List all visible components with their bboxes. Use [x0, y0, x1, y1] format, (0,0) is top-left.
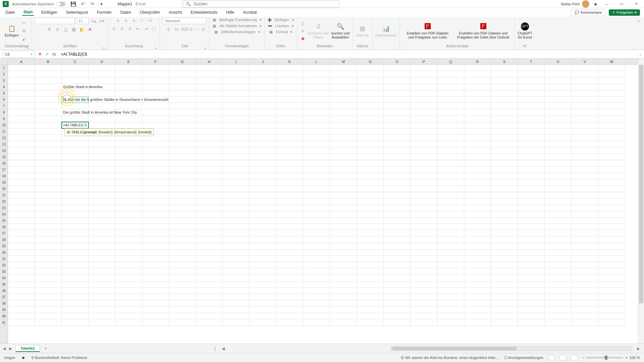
- cell[interactable]: [411, 160, 437, 167]
- cell[interactable]: [384, 167, 411, 173]
- pdf-link-button[interactable]: 🅿 Erstellen von PDF-Dateien und Freigebe…: [402, 22, 453, 39]
- cell[interactable]: [598, 237, 625, 243]
- cell[interactable]: [330, 84, 357, 90]
- confirm-edit-icon[interactable]: ✓: [45, 52, 49, 57]
- cell[interactable]: [464, 84, 491, 90]
- cell[interactable]: [464, 300, 491, 307]
- cell[interactable]: [518, 97, 545, 103]
- cell[interactable]: [437, 128, 464, 135]
- cell[interactable]: [276, 275, 303, 281]
- merge-icon[interactable]: ⬚: [151, 25, 157, 32]
- row-header[interactable]: 17: [0, 167, 8, 173]
- cell[interactable]: [303, 141, 330, 147]
- cell[interactable]: [491, 307, 518, 313]
- column-header[interactable]: N: [357, 59, 384, 64]
- cell[interactable]: [464, 243, 491, 249]
- cell[interactable]: [572, 211, 598, 218]
- cell[interactable]: [330, 103, 357, 109]
- cell[interactable]: [545, 256, 572, 262]
- cell[interactable]: [223, 275, 250, 281]
- cell[interactable]: [330, 319, 357, 326]
- cell[interactable]: [491, 198, 518, 205]
- cell[interactable]: [357, 205, 384, 211]
- cell[interactable]: [169, 109, 196, 116]
- column-header[interactable]: I: [223, 59, 250, 64]
- cell[interactable]: [411, 103, 437, 109]
- cell[interactable]: [8, 262, 35, 268]
- column-header[interactable]: U: [545, 59, 572, 64]
- sheet-nav-next[interactable]: ▶: [9, 346, 12, 351]
- cell[interactable]: [464, 307, 491, 313]
- cell[interactable]: [598, 300, 625, 307]
- cell[interactable]: [276, 281, 303, 288]
- cell[interactable]: [303, 198, 330, 205]
- cell[interactable]: [545, 294, 572, 300]
- cell[interactable]: [196, 141, 223, 147]
- cell[interactable]: [223, 122, 250, 128]
- cell[interactable]: [518, 237, 545, 243]
- row-header[interactable]: 5: [0, 90, 8, 97]
- clipboard-launcher-icon[interactable]: ↘: [26, 46, 29, 50]
- cell[interactable]: [223, 109, 250, 116]
- cell[interactable]: [89, 186, 115, 192]
- cell[interactable]: [303, 281, 330, 288]
- cell[interactable]: [250, 294, 276, 300]
- cell[interactable]: [437, 211, 464, 218]
- cell[interactable]: [491, 230, 518, 237]
- search-input[interactable]: [194, 2, 336, 6]
- cell[interactable]: [464, 186, 491, 192]
- cell[interactable]: [250, 71, 276, 77]
- cell[interactable]: [598, 319, 625, 326]
- cell[interactable]: [62, 230, 89, 237]
- cell[interactable]: [384, 205, 411, 211]
- cell[interactable]: [491, 205, 518, 211]
- cell[interactable]: [35, 122, 62, 128]
- cell[interactable]: [35, 281, 62, 288]
- cell[interactable]: [35, 71, 62, 77]
- cell[interactable]: [384, 154, 411, 160]
- cell[interactable]: [572, 307, 598, 313]
- cell[interactable]: [276, 65, 303, 71]
- cell[interactable]: [196, 307, 223, 313]
- align-center-icon[interactable]: ≡: [119, 25, 125, 32]
- cell[interactable]: [357, 147, 384, 154]
- cell[interactable]: [598, 275, 625, 281]
- cell[interactable]: [169, 268, 196, 275]
- cell[interactable]: [491, 281, 518, 288]
- cell[interactable]: [491, 218, 518, 224]
- cell[interactable]: [250, 249, 276, 256]
- cell[interactable]: =AI.TABLE(C6AI.TABLE(prompt; [header]; […: [62, 122, 89, 128]
- cell[interactable]: [8, 237, 35, 243]
- cell[interactable]: [518, 103, 545, 109]
- badge-icon[interactable]: ◆: [594, 2, 597, 6]
- cell[interactable]: [598, 230, 625, 237]
- column-header[interactable]: F: [142, 59, 169, 64]
- cell[interactable]: [384, 211, 411, 218]
- column-header[interactable]: V: [572, 59, 598, 64]
- zoom-in-button[interactable]: +: [625, 356, 627, 360]
- cell[interactable]: [62, 249, 89, 256]
- cell[interactable]: [545, 249, 572, 256]
- cell[interactable]: [8, 313, 35, 319]
- cell[interactable]: [411, 237, 437, 243]
- cell[interactable]: [115, 147, 142, 154]
- cell[interactable]: [89, 147, 115, 154]
- cell[interactable]: [357, 319, 384, 326]
- cell[interactable]: [89, 71, 115, 77]
- cell[interactable]: [384, 186, 411, 192]
- cell[interactable]: [357, 135, 384, 141]
- cell[interactable]: [142, 84, 169, 90]
- cell[interactable]: [223, 192, 250, 198]
- cell[interactable]: [89, 307, 115, 313]
- cell[interactable]: [464, 179, 491, 186]
- zoom-out-button[interactable]: −: [582, 356, 584, 360]
- row-header[interactable]: 25: [0, 218, 8, 224]
- cell[interactable]: [303, 167, 330, 173]
- cell[interactable]: [357, 268, 384, 275]
- cell[interactable]: [62, 211, 89, 218]
- cell[interactable]: [115, 294, 142, 300]
- cell[interactable]: [169, 288, 196, 294]
- cell[interactable]: [303, 135, 330, 141]
- cell[interactable]: [518, 147, 545, 154]
- cell[interactable]: [491, 167, 518, 173]
